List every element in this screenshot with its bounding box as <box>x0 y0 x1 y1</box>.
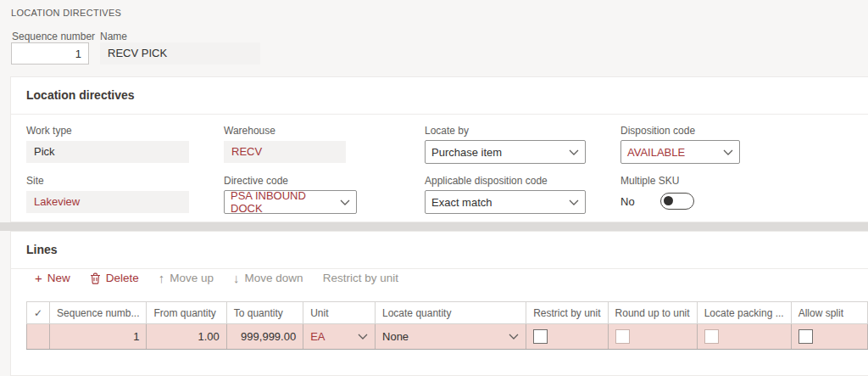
section-divider <box>11 114 868 115</box>
sequence-number-label: Sequence number <box>12 31 95 42</box>
card-gap <box>0 222 868 231</box>
disposition-code-dropdown[interactable]: AVAILABLE <box>620 140 740 164</box>
work-type-label: Work type <box>26 125 189 137</box>
restrict-by-unit-cell <box>526 324 608 350</box>
locate-by-value: Purchase item <box>431 146 502 159</box>
sequence-number-cell[interactable]: 1 <box>50 324 147 350</box>
applicable-disposition-code-label: Applicable disposition code <box>425 175 586 187</box>
chevron-down-icon <box>569 199 579 205</box>
move-down-button-label: Move down <box>245 272 303 284</box>
to-quantity-cell[interactable]: 999,999.00 <box>226 324 303 350</box>
move-up-button-label: Move up <box>170 272 214 284</box>
arrow-up-icon: ↑ <box>159 272 165 284</box>
unit-value: EA <box>310 330 325 343</box>
multiple-sku-value: No <box>620 195 635 208</box>
column-header-unit[interactable]: Unit <box>303 302 376 324</box>
directive-code-dropdown[interactable]: PSA INBOUND DOCK <box>224 190 357 214</box>
lines-card: Lines + New Delete ↑ Move up ↓ Move down… <box>10 231 868 376</box>
locate-quantity-cell[interactable]: None <box>376 324 526 350</box>
locate-quantity-value: None <box>382 330 409 343</box>
chevron-down-icon <box>509 334 519 340</box>
column-header-locate-quantity[interactable]: Locate quantity <box>376 302 526 324</box>
applicable-disposition-code-dropdown[interactable]: Exact match <box>425 190 586 214</box>
restrict-by-unit-button-label: Restrict by unit <box>323 272 398 284</box>
site-label: Site <box>26 175 189 187</box>
arrow-down-icon: ↓ <box>233 272 240 284</box>
plus-icon: + <box>35 272 42 284</box>
work-type-field: Pick <box>26 141 189 163</box>
column-header-locate-packing[interactable]: Locate packing ... <box>697 302 791 324</box>
disposition-code-value: AVAILABLE <box>627 146 685 159</box>
column-header-to-quantity[interactable]: To quantity <box>226 302 303 324</box>
unit-cell[interactable]: EA <box>303 324 376 350</box>
chevron-down-icon <box>358 334 368 340</box>
sequence-number-input[interactable] <box>11 42 89 65</box>
new-button[interactable]: + New <box>35 272 70 284</box>
page-caption: LOCATION DIRECTIVES <box>11 8 121 18</box>
column-header-allow-split[interactable]: Allow split <box>791 302 867 324</box>
trash-icon <box>90 272 101 284</box>
disposition-code-label: Disposition code <box>620 125 740 137</box>
delete-button[interactable]: Delete <box>90 272 139 284</box>
chevron-down-icon <box>569 149 579 155</box>
section-divider <box>11 268 868 269</box>
grid-row[interactable]: 1 1.00 999,999.00 EA None <box>27 324 868 350</box>
lines-title: Lines <box>26 243 58 256</box>
column-header-restrict-by-unit[interactable]: Restrict by unit <box>526 302 608 324</box>
round-up-to-unit-cell <box>608 324 697 350</box>
locate-by-label: Locate by <box>425 125 586 137</box>
restrict-by-unit-checkbox[interactable] <box>533 329 548 344</box>
locate-packing-checkbox <box>704 329 719 344</box>
multiple-sku-toggle[interactable] <box>660 193 694 210</box>
grid-header-row: ✓ Sequence numb... From quantity To quan… <box>27 302 868 324</box>
move-up-button[interactable]: ↑ Move up <box>159 272 214 284</box>
multiple-sku-label: Multiple SKU <box>620 175 740 187</box>
delete-button-label: Delete <box>106 272 139 284</box>
location-directives-card: Location directives Work type Pick Wareh… <box>10 76 868 222</box>
lines-grid: ✓ Sequence numb... From quantity To quan… <box>26 301 868 350</box>
from-quantity-cell[interactable]: 1.00 <box>147 324 226 350</box>
applicable-disposition-code-value: Exact match <box>431 196 492 209</box>
locate-by-dropdown[interactable]: Purchase item <box>425 140 586 164</box>
chevron-down-icon <box>723 149 733 155</box>
row-select-cell[interactable] <box>27 324 50 350</box>
directive-code-value: PSA INBOUND DOCK <box>231 189 340 215</box>
restrict-by-unit-button[interactable]: Restrict by unit <box>323 272 398 284</box>
allow-split-cell <box>791 324 867 350</box>
toggle-knob-icon <box>664 196 673 205</box>
site-field: Lakeview <box>26 191 189 213</box>
warehouse-label: Warehouse <box>224 125 346 137</box>
lines-toolbar: + New Delete ↑ Move up ↓ Move down Restr… <box>35 272 398 284</box>
location-directives-title: Location directives <box>26 88 135 102</box>
allow-split-checkbox[interactable] <box>798 329 813 344</box>
name-label: Name <box>100 31 127 42</box>
chevron-down-icon <box>340 199 350 205</box>
column-header-from-quantity[interactable]: From quantity <box>147 302 226 324</box>
locate-packing-cell <box>697 324 791 350</box>
move-down-button[interactable]: ↓ Move down <box>233 272 303 284</box>
warehouse-field: RECV <box>224 141 346 163</box>
column-header-sequence-number[interactable]: Sequence numb... <box>50 302 147 324</box>
select-all-header[interactable]: ✓ <box>27 302 50 324</box>
round-up-to-unit-checkbox <box>615 329 630 344</box>
new-button-label: New <box>47 272 70 284</box>
column-header-round-up-to-unit[interactable]: Round up to unit <box>608 302 697 324</box>
name-field: RECV PICK <box>100 42 260 65</box>
directive-code-label: Directive code <box>224 175 346 187</box>
